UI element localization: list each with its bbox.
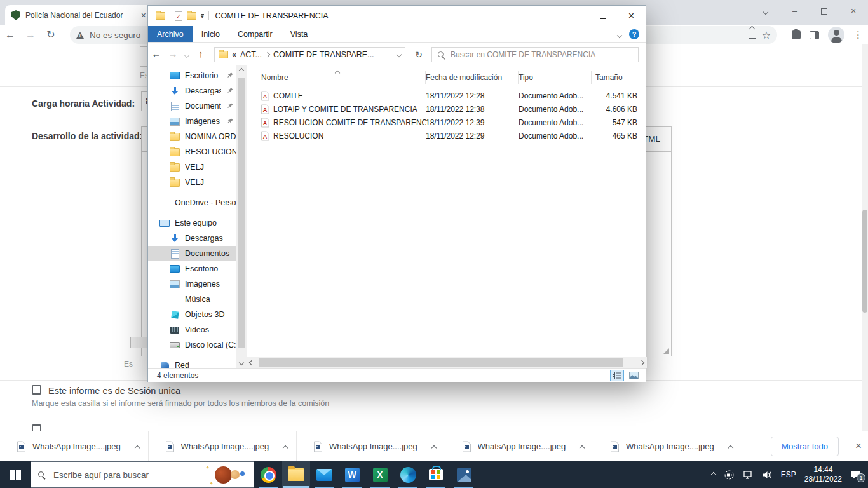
start-button[interactable] bbox=[0, 461, 31, 488]
volume-icon[interactable] bbox=[762, 470, 773, 480]
scroll-right-icon[interactable] bbox=[637, 357, 647, 368]
ribbon-collapse-icon[interactable] bbox=[618, 29, 621, 40]
qat-customize-icon[interactable]: ▾ bbox=[201, 14, 204, 18]
sidebar-item[interactable]: Documentos bbox=[148, 98, 236, 114]
browser-close-button[interactable]: × bbox=[839, 6, 868, 16]
taskbar-search-box[interactable]: Escribe aquí para buscar bbox=[31, 461, 254, 488]
taskbar-word-button[interactable]: W bbox=[338, 461, 366, 488]
download-chevron-icon[interactable] bbox=[580, 441, 584, 452]
sidebar-item[interactable]: Escritorio bbox=[148, 68, 236, 83]
taskbar-mail-button[interactable] bbox=[310, 461, 338, 488]
sidebar-scrollbar[interactable] bbox=[236, 65, 247, 368]
sidebar-item[interactable]: Disco local (C:) bbox=[148, 337, 236, 353]
sidebar-item[interactable]: Videos bbox=[148, 322, 236, 337]
browser-minimize-button[interactable]: – bbox=[780, 6, 810, 16]
sidebar-item[interactable]: OneDrive - Person bbox=[148, 195, 236, 210]
download-item[interactable]: WhatsApp Image....jpeg bbox=[445, 431, 594, 461]
column-header-type[interactable]: Tipo bbox=[519, 71, 592, 84]
browser-tab[interactable]: Policía Nacional del Ecuador × bbox=[5, 5, 153, 25]
sidebar-item[interactable]: NOMINA ORDIN bbox=[148, 129, 236, 144]
tab-close-icon[interactable]: × bbox=[141, 10, 146, 20]
explorer-forward-icon[interactable]: → bbox=[165, 48, 181, 59]
browser-back-icon[interactable]: ← bbox=[0, 29, 20, 41]
profile-avatar[interactable] bbox=[828, 27, 844, 43]
properties-icon[interactable] bbox=[175, 11, 182, 21]
downloads-bar-close-icon[interactable]: × bbox=[855, 440, 862, 452]
breadcrumb-collapsed[interactable]: « bbox=[232, 50, 236, 59]
share-icon[interactable] bbox=[749, 31, 756, 39]
browser-forward-icon[interactable]: → bbox=[20, 29, 41, 41]
new-folder-icon[interactable] bbox=[187, 12, 196, 20]
large-icons-view-button[interactable] bbox=[627, 370, 641, 381]
horizontal-scrollbar[interactable] bbox=[247, 357, 647, 368]
taskbar-excel-button[interactable]: X bbox=[366, 461, 394, 488]
taskbar-chrome-button[interactable] bbox=[254, 461, 282, 488]
ribbon-tab[interactable]: Archivo bbox=[148, 26, 193, 42]
file-row[interactable]: A RESOLUCION COMITE DE TRANSPARENC... 18… bbox=[247, 116, 646, 129]
download-chevron-icon[interactable] bbox=[135, 441, 139, 452]
sidebar-item[interactable]: VELJ bbox=[148, 175, 236, 190]
tab-search-chevron-icon[interactable] bbox=[751, 6, 780, 16]
file-list-pane[interactable]: Nombre Fecha de modificación Tipo Tamaño… bbox=[247, 65, 646, 357]
download-item[interactable]: WhatsApp Image....jpeg bbox=[0, 431, 149, 461]
file-row[interactable]: A RESOLUCION 18/11/2022 12:29 Documento … bbox=[247, 129, 646, 142]
download-chevron-icon[interactable] bbox=[432, 441, 436, 452]
download-item[interactable]: WhatsApp Image....jpeg bbox=[149, 431, 297, 461]
download-chevron-icon[interactable] bbox=[729, 441, 733, 452]
address-dropdown-icon[interactable] bbox=[397, 52, 402, 57]
browser-reload-icon[interactable]: ↻ bbox=[41, 29, 61, 41]
address-breadcrumb-bar[interactable]: « ACT... COMITE DE TRANSPARE... bbox=[214, 47, 405, 62]
sidebar-scrollbar-thumb[interactable] bbox=[238, 78, 245, 348]
show-all-downloads-button[interactable]: Mostrar todo bbox=[771, 437, 839, 456]
browser-menu-icon[interactable]: ⋮ bbox=[853, 29, 863, 41]
sidebar-item[interactable]: RESOLUCIONES bbox=[148, 144, 236, 159]
recent-locations-chevron-icon[interactable] bbox=[181, 48, 193, 59]
download-chevron-icon[interactable] bbox=[283, 441, 287, 452]
breadcrumb-current[interactable]: COMITE DE TRANSPARE... bbox=[273, 50, 393, 59]
taskbar-explorer-button[interactable] bbox=[282, 461, 310, 488]
refresh-icon[interactable]: ↻ bbox=[410, 47, 427, 62]
browser-restore-button[interactable] bbox=[810, 6, 839, 16]
download-item[interactable]: WhatsApp Image....jpeg bbox=[593, 431, 742, 461]
sidebar-item[interactable]: Este equipo bbox=[148, 215, 236, 231]
bookmark-star-icon[interactable]: ☆ bbox=[762, 29, 771, 41]
taskbar-photos-button[interactable] bbox=[450, 461, 478, 488]
taskbar-store-button[interactable] bbox=[422, 461, 450, 488]
breadcrumb-parent[interactable]: ACT... bbox=[240, 50, 262, 59]
hidden-icons-chevron-icon[interactable] bbox=[712, 473, 715, 477]
explorer-close-button[interactable]: × bbox=[617, 6, 646, 26]
details-view-button[interactable] bbox=[610, 370, 624, 381]
explorer-up-icon[interactable]: ↑ bbox=[193, 48, 209, 59]
sidebar-item[interactable]: Descargas bbox=[148, 231, 236, 246]
language-indicator[interactable]: ESP bbox=[781, 470, 796, 479]
second-checkbox-partial[interactable] bbox=[32, 424, 41, 431]
textarea-resize-handle[interactable] bbox=[663, 348, 669, 354]
column-header-size[interactable]: Tamaño bbox=[592, 71, 637, 84]
explorer-search-box[interactable]: Buscar en COMITE DE TRANSPARENCIA bbox=[431, 47, 639, 62]
explorer-maximize-button[interactable] bbox=[588, 6, 617, 26]
action-center-icon[interactable]: 1 bbox=[850, 470, 862, 480]
extensions-icon[interactable] bbox=[792, 30, 801, 39]
not-secure-warning-icon[interactable] bbox=[76, 32, 84, 39]
session-checkbox[interactable] bbox=[32, 385, 41, 395]
sidebar-item[interactable]: Documentos bbox=[148, 246, 236, 261]
taskbar-clock[interactable]: 14:44 28/11/2022 bbox=[804, 465, 842, 484]
sidebar-item[interactable]: Objetos 3D bbox=[148, 307, 236, 322]
sidebar-item[interactable]: Imágenes bbox=[148, 114, 236, 129]
page-scrollbar-thumb[interactable] bbox=[862, 210, 867, 313]
ribbon-tab[interactable]: Inicio bbox=[193, 26, 229, 42]
sidebar-item[interactable]: Escritorio bbox=[148, 261, 236, 276]
file-row[interactable]: A COMITE 18/11/2022 12:28 Documento Adob… bbox=[247, 89, 646, 102]
sidebar-item[interactable]: VELJ bbox=[148, 159, 236, 175]
ribbon-tab[interactable]: Compartir bbox=[229, 26, 281, 42]
meet-now-icon[interactable] bbox=[724, 470, 735, 480]
download-item[interactable]: WhatsApp Image....jpeg bbox=[297, 431, 445, 461]
explorer-minimize-button[interactable]: — bbox=[560, 6, 588, 26]
sidebar-scroll-down-icon[interactable] bbox=[236, 358, 247, 368]
horizontal-scrollbar-thumb[interactable] bbox=[259, 358, 623, 367]
sidebar-scroll-up-icon[interactable] bbox=[236, 65, 247, 76]
sidebar-item[interactable]: Red bbox=[148, 358, 236, 368]
column-header-name[interactable]: Nombre bbox=[261, 71, 426, 84]
explorer-back-icon[interactable]: ← bbox=[148, 48, 165, 59]
column-header-date[interactable]: Fecha de modificación bbox=[426, 71, 519, 84]
